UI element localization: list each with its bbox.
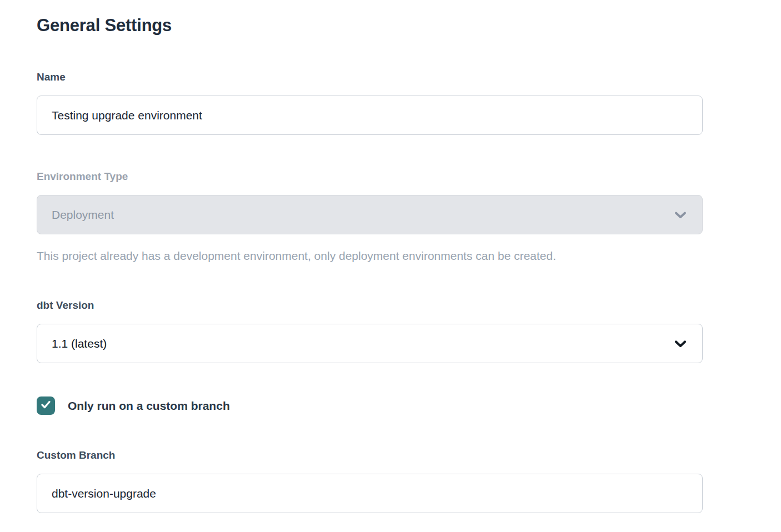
page-title: General Settings [37, 16, 703, 36]
environment-type-select: Deployment [37, 195, 703, 234]
custom-branch-checkbox[interactable] [37, 397, 55, 415]
general-settings-page: General Settings Name Environment Type D… [0, 0, 781, 532]
name-label: Name [37, 71, 703, 83]
custom-branch-checkbox-label: Only run on a custom branch [68, 399, 230, 413]
dbt-version-label: dbt Version [37, 299, 703, 312]
custom-branch-checkbox-row[interactable]: Only run on a custom branch [37, 397, 703, 415]
dbt-version-select[interactable]: 1.1 (latest) [37, 324, 703, 363]
environment-type-value: Deployment [52, 208, 114, 222]
name-field: Name [37, 71, 703, 135]
environment-type-field: Environment Type Deployment This project… [37, 170, 703, 263]
dbt-version-field: dbt Version 1.1 (latest) [37, 299, 703, 363]
environment-type-helper-text: This project already has a development e… [37, 249, 703, 263]
chevron-down-icon [673, 337, 688, 351]
chevron-down-icon [673, 208, 688, 222]
environment-type-label: Environment Type [37, 170, 703, 183]
name-input[interactable] [37, 96, 703, 135]
custom-branch-input[interactable] [37, 474, 703, 513]
custom-branch-field: Custom Branch [37, 449, 703, 513]
custom-branch-label: Custom Branch [37, 449, 703, 461]
dbt-version-value: 1.1 (latest) [52, 337, 107, 350]
checkmark-icon [40, 399, 52, 413]
settings-form: General Settings Name Environment Type D… [0, 0, 703, 513]
